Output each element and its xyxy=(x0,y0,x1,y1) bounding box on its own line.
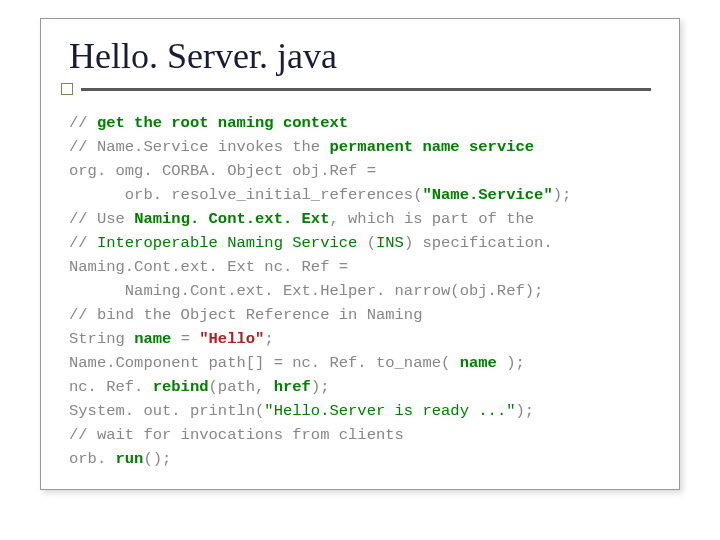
code-block: // get the root naming context // Name.S… xyxy=(69,111,651,471)
code-token: get the root naming context xyxy=(97,114,348,132)
code-token: ( xyxy=(357,234,376,252)
code-line: // xyxy=(69,234,97,252)
code-token: INS xyxy=(376,234,404,252)
slide-frame: Hello. Server. java // get the root nami… xyxy=(40,18,680,490)
code-token: name xyxy=(134,330,171,348)
code-token: ) specification. xyxy=(404,234,553,252)
code-line: // bind the Object Reference in Naming xyxy=(69,306,422,324)
code-line: // Name.Service invokes the xyxy=(69,138,329,156)
code-token: Naming. Cont.ext. Ext xyxy=(134,210,329,228)
code-line: // wait for invocations from clients xyxy=(69,426,404,444)
code-line: Name.Component path[] = nc. Ref. to_name… xyxy=(69,354,460,372)
code-token: permanent name service xyxy=(329,138,534,156)
title-underline xyxy=(61,83,651,95)
code-token: href xyxy=(274,378,311,396)
code-line: Naming.Cont.ext. Ext.Helper. narrow(obj.… xyxy=(69,282,543,300)
slide-title: Hello. Server. java xyxy=(69,35,651,77)
code-token: "Name.Service" xyxy=(422,186,552,204)
code-line: Naming.Cont.ext. Ext nc. Ref = xyxy=(69,258,348,276)
divider xyxy=(81,88,651,91)
code-line: // xyxy=(69,114,97,132)
code-token: name xyxy=(460,354,497,372)
code-token: , which is part of the xyxy=(329,210,534,228)
code-line: org. omg. CORBA. Object obj.Ref = xyxy=(69,162,376,180)
code-token: ; xyxy=(264,330,273,348)
code-token: ); xyxy=(497,354,525,372)
code-token: ); xyxy=(516,402,535,420)
code-line: orb. resolve_initial_references( xyxy=(69,186,422,204)
code-string: "Hello" xyxy=(199,330,264,348)
code-line: orb. xyxy=(69,450,116,468)
code-string: "Hello.Server is ready ..." xyxy=(264,402,515,420)
bullet-icon xyxy=(61,83,73,95)
code-token: Interoperable Naming Service xyxy=(97,234,357,252)
code-line: nc. Ref. xyxy=(69,378,153,396)
code-token: (); xyxy=(143,450,171,468)
code-line: // Use xyxy=(69,210,134,228)
code-token: ); xyxy=(311,378,330,396)
code-token: = xyxy=(171,330,199,348)
code-line: String xyxy=(69,330,134,348)
code-token: ); xyxy=(553,186,572,204)
code-line: System. out. println( xyxy=(69,402,264,420)
code-token: rebind xyxy=(153,378,209,396)
code-token: run xyxy=(116,450,144,468)
code-token: (path, xyxy=(209,378,274,396)
